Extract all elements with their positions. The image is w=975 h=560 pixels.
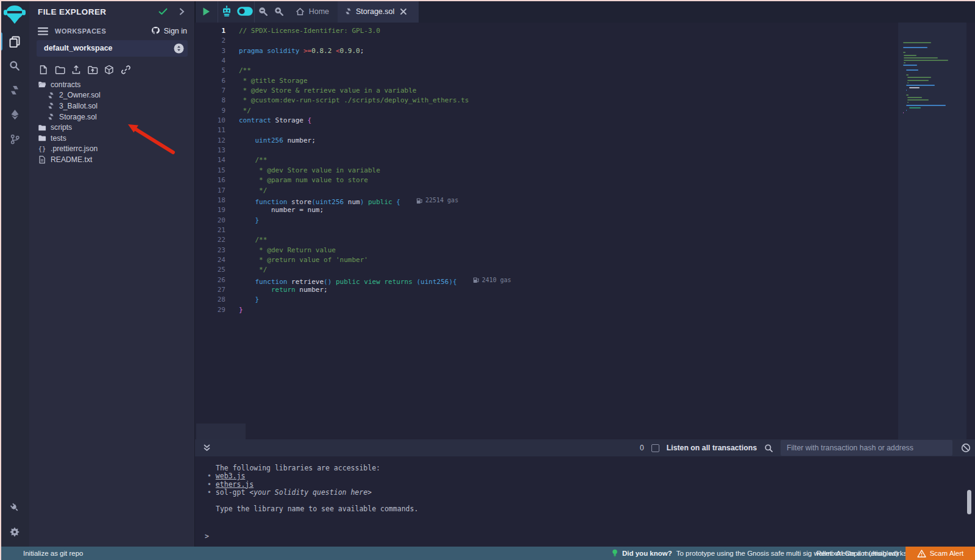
tree-item-label: Storage.sol: [59, 113, 97, 121]
upload-file-icon[interactable]: [71, 64, 82, 75]
clear-console-icon[interactable]: [961, 443, 971, 453]
terminal-scrollbar-thumb[interactable]: [967, 490, 971, 514]
copilot-toggle[interactable]: [236, 0, 254, 23]
code-line-1: // SPDX-License-Identifier: GPL-3.0: [239, 26, 511, 36]
terminal-note: Type the library name to see available c…: [216, 505, 418, 513]
tree-item-2-owner-sol[interactable]: 2_Owner.sol: [29, 90, 194, 101]
collapse-terminal-icon[interactable]: [203, 444, 211, 452]
tree-item-storage-sol[interactable]: Storage.sol: [29, 112, 194, 122]
terminal-link[interactable]: web3.js: [216, 472, 245, 480]
code-line-27: return number;: [239, 285, 511, 295]
plugin-manager-icon: [9, 502, 20, 513]
robot-icon: [221, 5, 233, 17]
copilot-status: RemixAI Copilot (enabled): [817, 550, 898, 557]
icon-sidebar: [0, 0, 29, 547]
search-icon[interactable]: [764, 444, 773, 453]
sidebar-item-deploy-run[interactable]: [0, 102, 29, 127]
transaction-filter-input[interactable]: [781, 440, 952, 456]
tree-item-3-ballot-sol[interactable]: 3_Ballot.sol: [29, 101, 194, 112]
code-line-16: * @param num value to store: [239, 175, 511, 185]
upload-folder-icon[interactable]: [87, 64, 98, 75]
terminal-bullet-2: • ethers.js: [207, 480, 254, 489]
tree-item-contracts[interactable]: contracts: [29, 79, 194, 90]
sidebar-item-settings[interactable]: [0, 520, 29, 544]
tab-home[interactable]: Home: [287, 0, 338, 23]
tree-item-label: .prettierrc.json: [51, 144, 98, 153]
sidebar-item-git[interactable]: [0, 127, 29, 151]
zoom-in-button[interactable]: [271, 0, 287, 23]
hamburger-menu-icon[interactable]: [38, 27, 48, 35]
tab-storage-sol[interactable]: Storage.sol: [338, 0, 419, 23]
play-icon: [202, 7, 211, 16]
toggle-on-icon: [237, 7, 253, 16]
terminal-link[interactable]: ethers.js: [216, 480, 254, 489]
close-tab-icon[interactable]: [400, 8, 407, 15]
tree-item-label: README.txt: [51, 155, 92, 164]
terminal-bullet-1: • web3.js: [207, 472, 245, 480]
sidebar-item-plugin-manager[interactable]: [0, 495, 29, 520]
git-init-button[interactable]: Initialize as git repo: [23, 550, 83, 557]
tree-item-label: tests: [51, 134, 66, 143]
file-explorer-panel: FILE EXPLORER WORKSPACES Sign in default…: [29, 0, 195, 547]
sidebar-item-file-explorer[interactable]: [0, 29, 29, 54]
git-icon: [10, 134, 20, 144]
code-line-17: */: [239, 186, 511, 196]
zoom-out-button[interactable]: [255, 0, 271, 23]
workspaces-row: WORKSPACES Sign in: [29, 24, 194, 39]
code-line-26: function retrieve() public view returns …: [239, 275, 511, 285]
screenshot-edge-left: [0, 0, 1, 560]
terminal-intro: The following libraries are accessible:: [216, 464, 380, 472]
panel-title: FILE EXPLORER: [38, 7, 106, 16]
remixai-assistant-button[interactable]: [218, 0, 236, 23]
code-line-6: * @title Storage: [239, 76, 511, 86]
cube-icon[interactable]: [104, 64, 115, 75]
sidebar-item-solidity-compiler[interactable]: [0, 78, 29, 102]
new-folder-icon[interactable]: [54, 64, 65, 75]
code-line-18: function store(uint256 num) public {2251…: [239, 196, 511, 205]
zoom-out-icon: [258, 6, 268, 16]
solidity-file-icon: [46, 113, 55, 121]
terminal-toolbar: 0 Listen on all transactions: [195, 439, 975, 456]
github-sign-in-button[interactable]: Sign in: [151, 26, 187, 35]
terminal-output[interactable]: The following libraries are accessible:•…: [195, 456, 975, 547]
remix-logo[interactable]: [0, 0, 29, 29]
tree-item-readme-txt[interactable]: README.txt: [29, 154, 194, 165]
code-line-4: [239, 56, 511, 66]
code-line-2: [239, 36, 511, 46]
line-number-gutter: 1234567891011121314151617181920212223242…: [195, 26, 225, 315]
code-line-22: /**: [239, 235, 511, 245]
scam-alert-button[interactable]: Scam Alert: [906, 547, 975, 560]
listen-transactions-checkbox[interactable]: [651, 444, 659, 452]
solidity-file-icon: [46, 102, 55, 110]
sidebar-item-search[interactable]: [0, 54, 29, 78]
code-line-20: }: [239, 216, 511, 225]
workspace-name: default_workspace: [44, 44, 113, 52]
link-icon[interactable]: [120, 64, 131, 75]
code-line-23: * @dev Return value: [239, 246, 511, 255]
code-line-13: [239, 146, 511, 155]
folder-icon: [38, 124, 46, 132]
transaction-count: 0: [640, 444, 644, 452]
file-explorer-header: FILE EXPLORER: [29, 0, 194, 23]
code-editor[interactable]: 1234567891011121314151617181920212223242…: [195, 23, 975, 439]
tree-item--prettierrc-json[interactable]: {}.prettierrc.json: [29, 144, 194, 155]
code-line-19: number = num;: [239, 205, 511, 215]
check-icon: [158, 8, 168, 15]
tree-item-scripts[interactable]: scripts: [29, 122, 194, 133]
code-line-5: /**: [239, 66, 511, 76]
workspace-dropdown-icon[interactable]: [174, 43, 184, 54]
file-explorer-icon: [9, 35, 21, 48]
code-line-11: [239, 126, 511, 135]
code-line-24: * @return value of 'number': [239, 255, 511, 265]
tree-item-tests[interactable]: tests: [29, 133, 194, 144]
file-toolbar: [38, 64, 131, 75]
new-file-icon[interactable]: [38, 64, 49, 75]
status-bar: Initialize as git repo Did you know? To …: [0, 547, 975, 560]
workspace-select[interactable]: default_workspace: [37, 40, 188, 57]
gas-estimate: 22514 gas: [416, 196, 458, 205]
code-line-15: * @dev Store value in variable: [239, 166, 511, 175]
terminal-bullet-3: • sol-gpt <your Solidity question here>: [207, 488, 372, 497]
chevron-right-icon[interactable]: [179, 8, 185, 15]
minimap[interactable]: [898, 23, 966, 439]
run-script-button[interactable]: [196, 0, 218, 23]
